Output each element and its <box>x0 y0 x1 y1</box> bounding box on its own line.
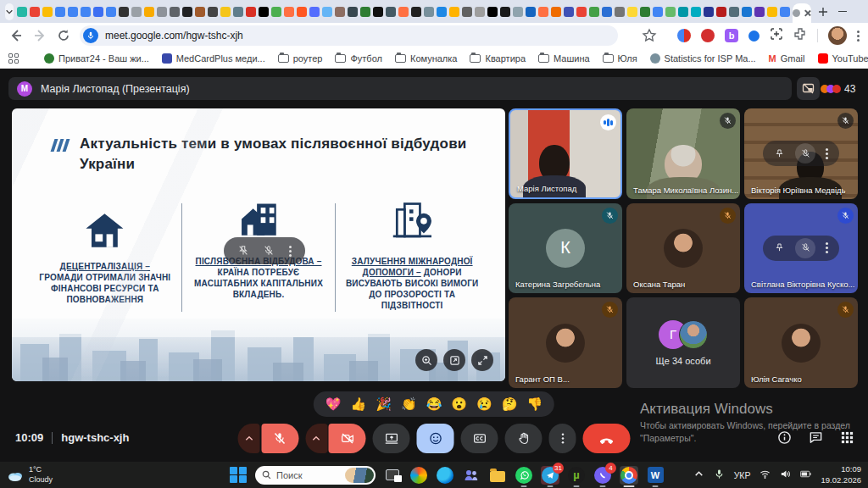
reaction-thumbs-down[interactable]: 👎 <box>527 396 543 412</box>
pinned-tab-favicon[interactable] <box>246 7 256 17</box>
pinned-tab-favicon[interactable] <box>284 7 294 17</box>
pinned-tab-favicon[interactable] <box>144 7 154 17</box>
language-indicator[interactable]: УКР <box>734 470 751 480</box>
battery-icon[interactable] <box>800 468 811 483</box>
bookmark-medcardplus[interactable]: MedCardPlus меди... <box>162 53 265 64</box>
pinned-tab-favicon[interactable] <box>615 7 625 17</box>
pinned-tab-favicon[interactable] <box>678 7 688 17</box>
camera-options-chevron-icon[interactable] <box>305 424 327 453</box>
mic-permission-icon[interactable] <box>83 28 98 43</box>
utorrent-icon[interactable]: µ <box>567 466 586 485</box>
reaction-laugh[interactable]: 😂 <box>426 396 442 412</box>
pinned-tab-favicon[interactable] <box>373 7 383 17</box>
pinned-tab-favicon[interactable] <box>589 7 599 17</box>
pinned-tab-favicon[interactable] <box>119 7 129 17</box>
bookmark-router-folder[interactable]: роутер <box>278 53 323 64</box>
pinned-tab-favicon[interactable] <box>271 7 281 17</box>
pinned-tab-favicon[interactable] <box>182 7 192 17</box>
tray-chevron-up-icon[interactable] <box>693 469 704 481</box>
tile-svitlana[interactable]: Світлана Вікторівна Куско... <box>744 203 858 294</box>
pinned-tab-favicon[interactable] <box>360 7 370 17</box>
pinned-tab-favicon[interactable] <box>754 7 765 17</box>
reaction-surprised[interactable]: 😮 <box>451 396 467 412</box>
start-button[interactable] <box>229 466 248 485</box>
pinned-tab-favicon[interactable] <box>449 7 459 17</box>
extensions-puzzle-icon[interactable] <box>793 27 807 44</box>
pinned-tab-favicon[interactable] <box>513 7 523 17</box>
reaction-thinking[interactable]: 🤔 <box>502 396 518 412</box>
new-tab-button[interactable] <box>818 3 828 20</box>
tab-search-chevron-icon[interactable] <box>5 3 14 20</box>
pinned-tab-favicon[interactable] <box>157 7 167 17</box>
tile-harant[interactable]: Гарант ОП В... <box>509 297 622 388</box>
mic-options-chevron-icon[interactable] <box>238 424 260 453</box>
pinned-tab-favicon[interactable] <box>424 7 434 17</box>
taskbar-clock[interactable]: 10:09 19.02.2026 <box>821 464 861 485</box>
pinned-tab-favicon[interactable] <box>653 7 663 17</box>
screenshot-icon[interactable] <box>770 27 783 44</box>
profile-avatar[interactable] <box>828 26 847 45</box>
extension-dot-icon[interactable] <box>748 30 760 42</box>
pinned-tab-favicon[interactable] <box>131 7 142 17</box>
search-highlight-image[interactable] <box>345 468 374 483</box>
tile-kateryna[interactable]: К Катерина Загребельна <box>509 203 622 294</box>
pinned-tab-favicon[interactable] <box>462 7 472 17</box>
word-icon[interactable] <box>646 466 665 485</box>
reaction-clap[interactable]: 👏 <box>401 396 417 412</box>
pinned-tab-favicon[interactable] <box>640 7 650 17</box>
more-options-kebab-icon[interactable] <box>289 244 292 258</box>
raise-hand-button[interactable] <box>505 424 542 453</box>
tile-hover-controls[interactable] <box>763 236 839 261</box>
tile-viktoriia[interactable]: Вікторія Юріївна Медвідь <box>744 108 858 199</box>
picture-in-picture-off-icon[interactable] <box>797 77 820 100</box>
bookmark-privat24[interactable]: Приват24 - Ваш жи... <box>44 53 149 64</box>
reaction-cry[interactable]: 😢 <box>476 396 492 412</box>
reaction-thumbs-up[interactable]: 👍 <box>350 396 366 412</box>
pinned-tabs-row[interactable] <box>17 7 790 17</box>
pinned-tab-favicon[interactable] <box>195 7 205 17</box>
reactions-button[interactable] <box>417 424 454 453</box>
microphone-off-icon[interactable] <box>795 143 815 164</box>
forward-icon[interactable] <box>32 28 47 43</box>
bookmark-komunalka-folder[interactable]: Комуналка <box>395 53 458 64</box>
pinned-tab-favicon[interactable] <box>233 7 243 17</box>
more-options-kebab-icon[interactable] <box>826 241 828 255</box>
whatsapp-icon[interactable] <box>515 466 533 485</box>
chat-icon[interactable] <box>809 430 823 448</box>
pinned-tab-favicon[interactable] <box>704 7 714 17</box>
pinned-tab-favicon[interactable] <box>665 7 676 17</box>
pinned-tab-favicon[interactable] <box>742 7 752 17</box>
teams-icon[interactable] <box>462 466 481 485</box>
bookmark-gmail[interactable]: MGmail <box>769 53 805 64</box>
presenter-banner[interactable]: М Марія Листопад (Презентація) <box>8 77 792 100</box>
window-maximize-button[interactable] <box>857 2 868 22</box>
pinned-tab-favicon[interactable] <box>411 7 421 17</box>
pinned-tab-favicon[interactable] <box>551 7 561 17</box>
pinned-tab-favicon[interactable] <box>93 7 103 17</box>
microphone-off-icon[interactable] <box>795 238 815 258</box>
viber-icon[interactable]: 4 <box>593 466 612 485</box>
window-minimize-button[interactable] <box>828 2 857 22</box>
pin-icon[interactable] <box>237 245 249 257</box>
more-options-kebab-icon[interactable] <box>826 147 828 161</box>
camera-off-button[interactable] <box>329 424 366 453</box>
taskbar-weather[interactable]: 1°CCloudy <box>7 465 53 485</box>
more-options-kebab-icon[interactable] <box>549 424 576 453</box>
fullscreen-button[interactable] <box>471 349 493 371</box>
extension-abp-icon[interactable] <box>701 29 715 42</box>
pinned-tab-favicon[interactable] <box>780 7 790 17</box>
pinned-tab-favicon[interactable] <box>602 7 612 17</box>
pinned-tab-favicon[interactable] <box>335 7 345 17</box>
pinned-tab-favicon[interactable] <box>767 7 777 17</box>
participants-cluster[interactable]: 43 <box>823 77 855 100</box>
tab-close-icon[interactable] <box>804 9 811 17</box>
pinned-tab-favicon[interactable] <box>55 7 65 17</box>
edge-icon[interactable] <box>436 466 454 485</box>
apps-shortcut-icon[interactable] <box>8 53 19 64</box>
pinned-tab-favicon[interactable] <box>297 7 307 17</box>
info-icon[interactable] <box>777 430 792 448</box>
pinned-tab-favicon[interactable] <box>208 7 218 17</box>
telegram-icon[interactable]: 31 <box>541 466 559 485</box>
pinned-tab-favicon[interactable] <box>106 7 116 17</box>
end-call-button[interactable] <box>583 424 631 453</box>
